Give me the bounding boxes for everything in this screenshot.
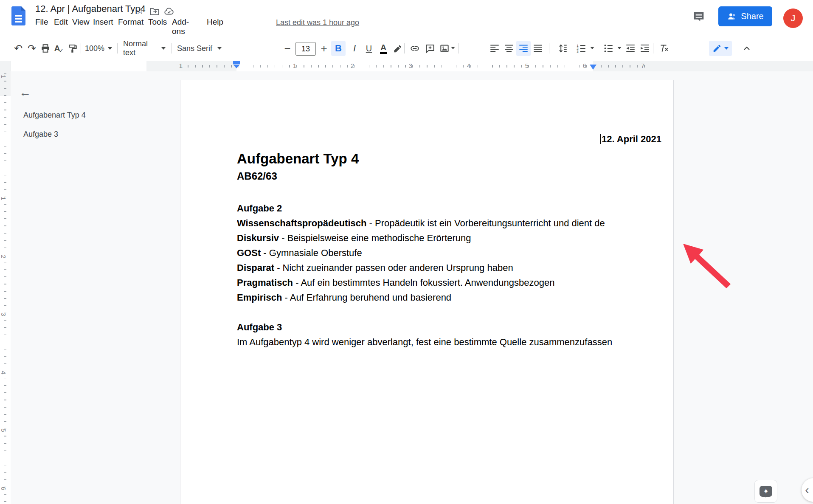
bulleted-list-button[interactable]	[601, 41, 616, 56]
doc-line: Disparat - Nicht zueinander passen oder …	[237, 260, 674, 275]
doc-date-line: 12. April 2021	[600, 134, 661, 145]
numbered-list-chevron[interactable]	[590, 47, 594, 49]
document-page[interactable]: 12. April 2021 Aufgabenart Typ 4 AB62/63…	[180, 80, 674, 504]
bold-button[interactable]: B	[331, 41, 346, 56]
outline-item-aufgabenart-typ-4[interactable]: Aufgabenart Typ 4	[23, 111, 86, 120]
share-person-icon	[727, 11, 737, 22]
explore-button[interactable]: ✦	[754, 480, 777, 503]
doc-line: Im Aufgabentyp 4 wird weniger abverlangt…	[237, 335, 674, 349]
italic-button[interactable]: I	[347, 41, 362, 56]
paragraph-style-select[interactable]: Normal text	[123, 41, 166, 56]
google-docs-window: 12. Apr | Aufgabenart Typ4 ☆ File Edit V…	[0, 0, 813, 504]
font-size-input[interactable]: 13	[295, 42, 316, 56]
open-comments-icon[interactable]	[692, 10, 706, 23]
horizontal-ruler: 11234567	[146, 61, 813, 71]
print-button[interactable]	[38, 41, 53, 56]
text-cursor	[600, 134, 601, 144]
account-avatar[interactable]: J	[783, 8, 803, 28]
doc-heading: Aufgabenart Typ 4	[237, 151, 359, 167]
menu-tools[interactable]: Tools	[148, 17, 167, 27]
decrease-indent-button[interactable]	[623, 41, 638, 56]
paint-format-button[interactable]	[65, 41, 80, 56]
decrease-font-size-button[interactable]: −	[280, 41, 295, 56]
docs-logo-line	[15, 18, 22, 20]
share-label: Share	[741, 11, 763, 21]
close-outline-icon[interactable]: ←	[19, 87, 31, 99]
ruler-number: 6	[0, 487, 7, 490]
zoom-select[interactable]: 100%	[85, 41, 112, 56]
align-right-button[interactable]	[516, 41, 531, 56]
align-justify-button[interactable]	[531, 41, 545, 56]
text-color-button[interactable]: A	[376, 41, 391, 56]
ruler-number: 4	[467, 62, 470, 69]
document-outline-panel: ← Aufgabenart Typ 4 Aufgabe 3	[11, 71, 146, 504]
chevron-down-icon	[108, 47, 112, 50]
doc-line: Pragmatisch - Auf ein bestimmtes Handeln…	[237, 275, 674, 290]
document-title[interactable]: 12. Apr | Aufgabenart Typ4	[35, 3, 146, 14]
doc-subheading: AB62/63	[237, 170, 277, 182]
ruler-ticks	[180, 65, 647, 68]
doc-line: GOSt - Gymnasiale Oberstufe	[237, 245, 674, 260]
top-bar: 12. Apr | Aufgabenart Typ4 ☆ File Edit V…	[0, 0, 813, 37]
ruler-number: 1	[0, 197, 7, 200]
red-annotation-arrow	[679, 240, 734, 293]
increase-indent-button[interactable]	[638, 41, 652, 56]
ruler-number: 7	[641, 62, 644, 69]
menu-view[interactable]: View	[72, 17, 90, 27]
last-edit-link[interactable]: Last edit was 1 hour ago	[276, 18, 359, 27]
ruler-number: 5	[525, 62, 529, 69]
line-spacing-button[interactable]	[555, 41, 570, 56]
clear-formatting-button[interactable]	[656, 41, 671, 56]
doc-line: Diskursiv - Beispielsweise eine methodis…	[237, 231, 674, 245]
docs-logo-fold	[21, 6, 25, 11]
undo-button[interactable]: ↶	[11, 41, 25, 56]
menu-insert[interactable]: Insert	[93, 17, 113, 27]
doc-line	[237, 305, 674, 320]
spellcheck-button[interactable]: A✓	[52, 41, 66, 56]
ruler-ticks	[4, 73, 6, 504]
image-options-chevron[interactable]	[451, 47, 455, 49]
hide-menus-button[interactable]	[740, 41, 754, 56]
redo-button[interactable]: ↷	[25, 41, 39, 56]
move-to-folder-icon[interactable]	[149, 6, 160, 17]
editing-mode-button[interactable]	[709, 41, 732, 56]
ruler-number: 1	[179, 62, 183, 69]
insert-link-button[interactable]	[408, 41, 422, 56]
doc-line: Wissenschaftspropädeutisch - Propädeutik…	[237, 216, 674, 231]
bulleted-list-chevron[interactable]	[617, 47, 622, 49]
ruler-number: 2	[351, 62, 354, 69]
docs-logo-line	[15, 21, 22, 23]
outline-item-aufgabe-3[interactable]: Aufgabe 3	[23, 130, 58, 139]
menu-file[interactable]: File	[35, 17, 48, 27]
increase-font-size-button[interactable]: +	[317, 41, 331, 56]
docs-logo-icon[interactable]	[11, 6, 25, 25]
highlight-color-button[interactable]	[391, 41, 405, 56]
add-comment-button[interactable]	[423, 41, 437, 56]
font-family-select[interactable]: Sans Serif	[177, 41, 222, 56]
ruler-number: 6	[583, 62, 586, 69]
formatting-toolbar: ↶ ↷ A✓ 100% Normal text Sans Serif	[0, 36, 813, 61]
menu-edit[interactable]: Edit	[54, 17, 68, 27]
insert-image-button[interactable]	[437, 41, 452, 56]
share-button[interactable]: Share	[718, 6, 772, 26]
cloud-saved-icon[interactable]	[163, 6, 174, 17]
first-line-indent-marker[interactable]	[233, 61, 240, 64]
pencil-icon	[712, 44, 722, 53]
doc-line: Aufgabe 2	[237, 201, 674, 216]
numbered-list-button[interactable]: 1 2 3	[574, 41, 588, 56]
right-indent-marker[interactable]	[590, 65, 596, 70]
ruler-number: 4	[0, 371, 7, 374]
chevron-left-icon: ‹	[805, 483, 809, 497]
menu-format[interactable]: Format	[118, 17, 143, 27]
left-indent-marker[interactable]	[233, 65, 240, 68]
star-icon[interactable]: ☆	[135, 5, 144, 16]
menu-help[interactable]: Help	[207, 17, 223, 27]
align-center-button[interactable]	[502, 41, 516, 56]
chevron-down-icon	[217, 47, 222, 50]
chevron-down-icon	[161, 47, 166, 50]
align-left-button[interactable]	[487, 41, 502, 56]
menu-addons[interactable]: Add-ons	[172, 17, 189, 36]
underline-button[interactable]: U	[362, 41, 376, 56]
vertical-ruler: 1123456	[0, 61, 11, 504]
ruler-number: 2	[0, 255, 7, 258]
